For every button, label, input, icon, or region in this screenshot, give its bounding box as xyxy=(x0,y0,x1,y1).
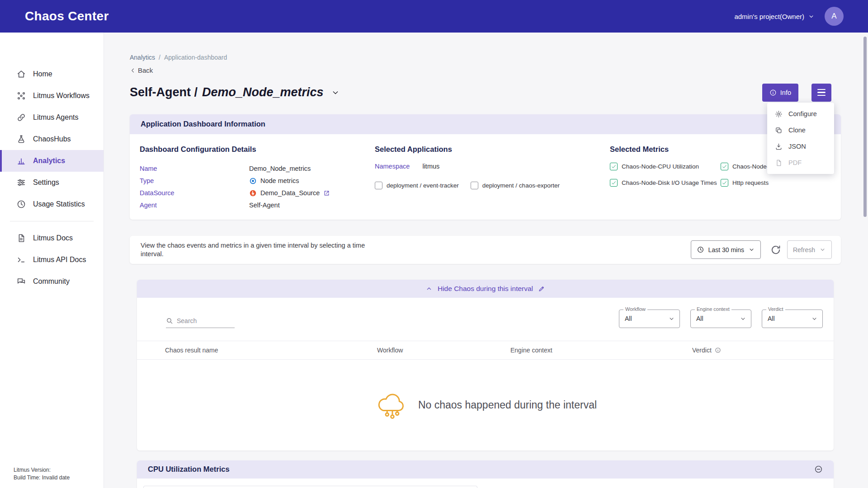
sidebar-item-home[interactable]: Home xyxy=(0,63,104,85)
verdict-filter-select[interactable]: Verdict All xyxy=(762,310,823,328)
chaoshubs-icon xyxy=(16,134,26,144)
info-icon xyxy=(769,89,777,96)
engine-context-filter-value: All xyxy=(696,315,703,322)
actions-dropdown-menu: Configure Clone JSON PDF xyxy=(767,103,834,174)
refresh-label: Refresh xyxy=(793,246,815,253)
menu-item-configure[interactable]: Configure xyxy=(767,106,834,122)
interval-select[interactable]: Last 30 mins xyxy=(691,240,761,259)
cpu-metrics-title: CPU Utilization Metrics xyxy=(148,465,230,474)
info-button[interactable]: Info xyxy=(762,84,798,102)
home-icon xyxy=(16,69,26,79)
edit-pencil-icon[interactable] xyxy=(538,285,545,292)
dashboard-switcher-chevron-icon[interactable] xyxy=(331,88,340,97)
search-input[interactable] xyxy=(177,317,229,324)
back-button[interactable]: Back xyxy=(130,66,153,74)
sidebar-item-analytics[interactable]: Analytics xyxy=(0,150,104,172)
namespace-row: Namespace litmus xyxy=(375,163,610,170)
node-metrics-type-icon xyxy=(249,177,257,185)
download-icon xyxy=(775,143,783,150)
chevron-down-icon xyxy=(811,315,818,322)
menu-item-pdf: PDF xyxy=(767,155,834,171)
version-label: Litmus Version: xyxy=(14,467,51,473)
metric-checkbox-http-requests[interactable]: Http requests xyxy=(721,179,830,187)
sidebar-item-label: Home xyxy=(33,70,52,78)
collapse-minus-icon[interactable] xyxy=(814,465,823,474)
prometheus-icon xyxy=(249,189,257,197)
page-title-dashboard: Demo_Node_metrics xyxy=(202,85,324,99)
sidebar: Home Litmus Workflows Litmus Agents Chao… xyxy=(0,33,104,488)
dashboard-info-title: Application Dashboard Information xyxy=(141,120,265,128)
sidebar-item-litmus-agents[interactable]: Litmus Agents xyxy=(0,107,104,128)
checkbox-unchecked-icon xyxy=(375,182,382,189)
hamburger-menu-button[interactable] xyxy=(811,84,831,102)
menu-item-clone[interactable]: Clone xyxy=(767,122,834,138)
breadcrumb-separator: / xyxy=(159,54,160,61)
sidebar-item-label: Settings xyxy=(33,178,59,187)
search-icon xyxy=(166,317,173,324)
config-row-type: Type Node metrics xyxy=(140,175,375,187)
chevron-down-icon xyxy=(740,315,746,322)
topbar-right: admin's project(Owner) A xyxy=(734,7,844,26)
workflow-filter-select[interactable]: Workflow All xyxy=(619,310,680,328)
project-switcher[interactable]: admin's project(Owner) xyxy=(734,13,815,20)
sidebar-item-label: ChaosHubs xyxy=(33,135,71,143)
chevron-up-icon[interactable] xyxy=(425,285,433,292)
checkbox-checked-icon xyxy=(721,179,728,187)
breadcrumb-analytics[interactable]: Analytics xyxy=(130,54,155,61)
sidebar-item-chaoshubs[interactable]: ChaosHubs xyxy=(0,128,104,150)
empty-state: No chaos happened during the interval xyxy=(137,360,834,450)
avatar-initial: A xyxy=(831,12,836,21)
top-header: Chaos Center admin's project(Owner) A xyxy=(0,0,868,33)
metric-checkbox-cpu-utilization[interactable]: Chaos-Node-CPU Utilization xyxy=(610,163,721,170)
usage-statistics-icon xyxy=(16,199,26,209)
workflows-icon xyxy=(16,91,26,101)
sidebar-divider xyxy=(10,221,94,221)
chaos-toggle-bar: Hide Chaos during this interval xyxy=(137,280,834,298)
engine-context-filter-select[interactable]: Engine context All xyxy=(690,310,751,328)
vertical-scrollbar-thumb[interactable] xyxy=(863,37,867,217)
sidebar-item-label: Community xyxy=(33,277,70,286)
sidebar-item-settings[interactable]: Settings xyxy=(0,172,104,193)
search-box xyxy=(166,317,235,328)
refresh-icon-button[interactable] xyxy=(770,244,782,256)
interval-value: Last 30 mins xyxy=(708,246,744,253)
page-title: Self-Agent / Demo_Node_metrics xyxy=(130,85,324,99)
gear-icon xyxy=(775,110,783,118)
sidebar-item-community[interactable]: Community xyxy=(0,271,104,292)
column-workflow: Workflow xyxy=(377,347,510,354)
metric-checkbox-disk-io-times[interactable]: Chaos-Node-Disk I/O Usage Times xyxy=(610,179,721,187)
empty-message: No chaos happened during the interval xyxy=(418,399,597,411)
community-icon xyxy=(16,277,26,286)
cpu-metrics-card: CPU Utilization Metrics xyxy=(137,460,834,488)
column-engine-context: Engine context xyxy=(510,347,692,354)
api-docs-icon xyxy=(16,255,26,265)
sidebar-item-usage-statistics[interactable]: Usage Statistics xyxy=(0,193,104,215)
checkbox-checked-icon xyxy=(721,163,728,170)
clone-icon xyxy=(775,127,783,134)
sidebar-item-litmus-workflows[interactable]: Litmus Workflows xyxy=(0,85,104,107)
verdict-filter-value: All xyxy=(768,315,775,322)
application-checkbox-event-tracker[interactable]: deployment / event-tracker xyxy=(375,182,459,189)
config-details-title: Dashboard Configuration Details xyxy=(140,145,375,154)
chevron-down-icon xyxy=(819,246,826,253)
avatar[interactable]: A xyxy=(825,7,844,26)
config-details-column: Dashboard Configuration Details Name Dem… xyxy=(140,145,375,211)
verdict-info-icon[interactable] xyxy=(715,347,721,353)
menu-item-json[interactable]: JSON xyxy=(767,138,834,155)
checkbox-unchecked-icon xyxy=(471,182,478,189)
docs-icon xyxy=(16,233,26,243)
filter-row: Workflow All Engine context All xyxy=(137,298,834,328)
chevron-down-icon xyxy=(808,13,815,20)
chevron-down-icon xyxy=(748,246,755,253)
external-link-icon[interactable] xyxy=(323,190,330,197)
refresh-dropdown[interactable]: Refresh xyxy=(787,240,832,259)
application-checkbox-chaos-exporter[interactable]: deployment / chaos-exporter xyxy=(471,182,560,189)
sidebar-item-litmus-docs[interactable]: Litmus Docs xyxy=(0,227,104,249)
hide-chaos-toggle[interactable]: Hide Chaos during this interval xyxy=(438,285,533,293)
cpu-metrics-header: CPU Utilization Metrics xyxy=(137,460,834,479)
sidebar-item-litmus-api-docs[interactable]: Litmus API Docs xyxy=(0,249,104,271)
checkbox-checked-icon xyxy=(610,179,618,187)
title-row: Self-Agent / Demo_Node_metrics Info xyxy=(130,82,841,103)
settings-icon xyxy=(16,178,26,188)
no-chaos-cloud-icon xyxy=(374,389,409,421)
